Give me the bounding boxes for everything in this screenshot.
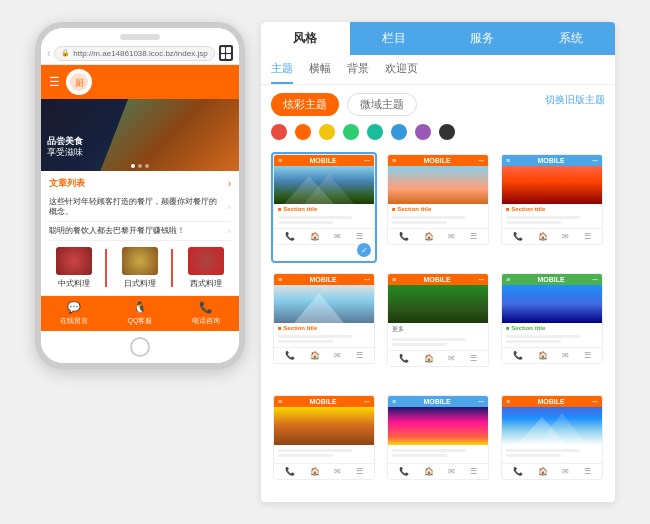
- theme-type-micro[interactable]: 微域主题: [347, 93, 417, 116]
- tc1-check: ✓: [357, 243, 371, 245]
- color-yellow[interactable]: [319, 124, 335, 140]
- tc1-hero: [274, 166, 374, 204]
- sub-tab-bar: 主题 横幅 背景 欢迎页: [261, 55, 615, 85]
- tc3-bars: [502, 214, 602, 228]
- url-bar[interactable]: 🔒 http://m.ae14861038.icoc.bz/index.jsp: [54, 46, 214, 61]
- tc5-extra-label: 更多: [388, 323, 488, 336]
- tc7-bars: [274, 445, 374, 463]
- tc9-footer: 📞 🏠 ✉ ☰: [502, 463, 602, 479]
- article-item[interactable]: 这些针对年轻顾客打造的餐厅，颠覆你对餐厅的概念。 ›: [49, 193, 231, 222]
- tc5-footer: 📞 🏠 ✉ ☰: [388, 350, 488, 366]
- tc5-bars: [388, 336, 488, 350]
- sub-tab-welcome[interactable]: 欢迎页: [385, 61, 418, 84]
- tc1-f2: 🏠: [310, 232, 320, 241]
- tc2-footer: 📞 🏠 ✉ ☰: [388, 228, 488, 244]
- hamburger-icon[interactable]: ☰: [49, 75, 60, 89]
- message-label: 在线留言: [60, 316, 88, 326]
- bottom-item-qq[interactable]: 🐧 QQ客服: [107, 296, 173, 331]
- qq-label: QQ客服: [128, 316, 153, 326]
- tc3-footer: 📞 🏠 ✉ ☰: [502, 228, 602, 244]
- theme-card-3[interactable]: ≡ MOBILE ··· ■ Section title 📞 🏠 ✉: [499, 152, 605, 263]
- article-text-2: 聪明的餐饮人都去巴黎开餐厅赚钱啦！: [49, 226, 224, 236]
- phone-mockup: ‹ 🔒 http://m.ae14861038.icoc.bz/index.js…: [35, 22, 245, 369]
- sub-tab-bg[interactable]: 背景: [347, 61, 369, 84]
- bottom-item-message[interactable]: 💬 在线留言: [41, 296, 107, 331]
- tc1-bar2: [278, 221, 333, 224]
- tab-style[interactable]: 风格: [261, 22, 350, 55]
- theme-card-5[interactable]: ≡ MOBILE ··· 更多 📞 🏠 ✉ ☰: [385, 271, 491, 385]
- category-japanese[interactable]: 日式料理: [107, 247, 173, 289]
- theme-type-colorful[interactable]: 炫彩主题: [271, 93, 339, 116]
- tc1-dots: ···: [364, 157, 370, 164]
- tc2-hero: [388, 166, 488, 204]
- back-arrow[interactable]: ‹: [47, 48, 50, 59]
- theme-card-7[interactable]: ≡ MOBILE ··· 📞 🏠 ✉ ☰: [271, 393, 377, 498]
- tc6-bars: [502, 333, 602, 347]
- category-img-japanese: [122, 247, 158, 275]
- category-label-western: 西式料理: [190, 278, 222, 289]
- tab-service[interactable]: 服务: [438, 22, 527, 55]
- theme-card-8[interactable]: ≡ MOBILE ··· 📞 🏠 ✉ ☰: [385, 393, 491, 498]
- qr-icon[interactable]: [219, 45, 233, 61]
- tc5-hero: [388, 285, 488, 323]
- home-circle: [130, 337, 150, 357]
- tc7-footer: 📞 🏠 ✉ ☰: [274, 463, 374, 479]
- qq-icon: 🐧: [133, 301, 147, 314]
- svg-text:厨: 厨: [75, 78, 84, 88]
- main-tab-bar: 风格 栏目 服务 系统: [261, 22, 615, 55]
- color-orange[interactable]: [295, 124, 311, 140]
- tc1-label: ■ Section title: [274, 204, 374, 214]
- phone-address-bar: ‹ 🔒 http://m.ae14861038.icoc.bz/index.js…: [41, 42, 239, 65]
- color-red[interactable]: [271, 124, 287, 140]
- main-container: ‹ 🔒 http://m.ae14861038.icoc.bz/index.js…: [15, 2, 635, 522]
- tc8-footer: 📞 🏠 ✉ ☰: [388, 463, 488, 479]
- sub-tab-theme[interactable]: 主题: [271, 61, 293, 84]
- hero-dots: [131, 164, 149, 168]
- sub-tab-banner[interactable]: 横幅: [309, 61, 331, 84]
- category-img-chinese: [56, 247, 92, 275]
- url-text: http://m.ae14861038.icoc.bz/index.jsp: [73, 49, 207, 58]
- theme-card-9[interactable]: ≡ MOBILE ··· 📞: [499, 393, 605, 498]
- color-teal[interactable]: [367, 124, 383, 140]
- tc1-title: MOBILE: [310, 157, 337, 164]
- tc8-hero: [388, 407, 488, 445]
- theme-card-6[interactable]: ≡ MOBILE ··· ■ Section title 📞 🏠 ✉: [499, 271, 605, 385]
- color-dark[interactable]: [439, 124, 455, 140]
- switch-old-label[interactable]: 切换旧版主题: [545, 93, 605, 116]
- tc2-label: ■ Section title: [388, 204, 488, 214]
- tc1-bars: [274, 214, 374, 228]
- color-green[interactable]: [343, 124, 359, 140]
- phone-bottom-bar: 💬 在线留言 🐧 QQ客服 📞 电话咨询: [41, 296, 239, 331]
- tc4-label: ■ Section title: [274, 323, 374, 333]
- section-title: 文章列表: [49, 177, 85, 190]
- tc9-hero: [502, 407, 602, 445]
- svg-marker-4: [294, 293, 344, 323]
- tc1-f3: ✉: [334, 232, 341, 241]
- bottom-item-phone[interactable]: 📞 电话咨询: [173, 296, 239, 331]
- tc4-hero: [274, 285, 374, 323]
- tc4-bars: [274, 333, 374, 347]
- tc1-f1: 📞: [285, 232, 295, 241]
- section-title-bar: 文章列表 ›: [41, 171, 239, 193]
- category-chinese[interactable]: 中式料理: [41, 247, 107, 289]
- themes-grid: ≡ MOBILE ··· ■ Section title: [261, 148, 615, 502]
- article-item-2[interactable]: 聪明的餐饮人都去巴黎开餐厅赚钱啦！ ›: [49, 222, 231, 241]
- tab-system[interactable]: 系统: [527, 22, 616, 55]
- right-panel: 风格 栏目 服务 系统 主题 横幅 背景 欢迎页 炫彩主题 微域主题 切换旧版主…: [261, 22, 615, 502]
- theme-card-2[interactable]: ≡ MOBILE ··· ■ Section title 📞 🏠 ✉: [385, 152, 491, 263]
- tab-column[interactable]: 栏目: [350, 22, 439, 55]
- phone-icon: 📞: [199, 301, 213, 314]
- article-arrow-2: ›: [228, 226, 231, 236]
- phone-home-button[interactable]: [41, 331, 239, 363]
- color-blue[interactable]: [391, 124, 407, 140]
- category-western[interactable]: 西式料理: [173, 247, 239, 289]
- hero-text: 品尝美食 享受滋味: [47, 136, 83, 159]
- color-purple[interactable]: [415, 124, 431, 140]
- tc3-hero: [502, 166, 602, 204]
- phone-hero-banner: 品尝美食 享受滋味: [41, 99, 239, 171]
- theme-card-4[interactable]: ≡ MOBILE ··· ■ Section title: [271, 271, 377, 385]
- category-label-chinese: 中式料理: [58, 278, 90, 289]
- phone-categories: 中式料理 日式料理 西式料理: [41, 241, 239, 296]
- theme-card-1[interactable]: ≡ MOBILE ··· ■ Section title: [271, 152, 377, 263]
- tc1-bar1: [278, 216, 352, 219]
